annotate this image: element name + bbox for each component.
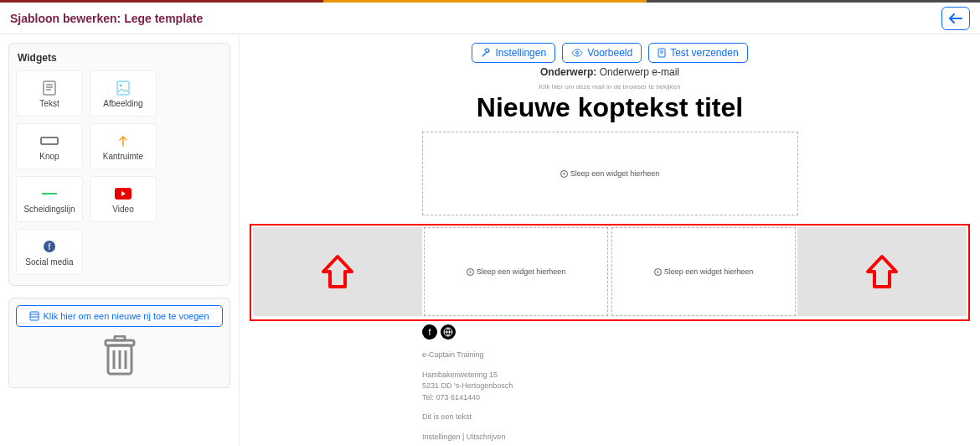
svg-rect-11 — [30, 312, 39, 320]
add-row-label: Klik hier om een nieuwe rij toe te voege… — [43, 311, 209, 321]
plus-icon: + — [467, 268, 474, 276]
subject-label: Onderwerp: — [540, 66, 596, 78]
row-tools-panel: Klik hier om een nieuwe rij toe te voege… — [8, 298, 230, 388]
widget-label: Social media — [25, 257, 73, 267]
back-button[interactable] — [941, 7, 970, 30]
editor-canvas: Instellingen Voorbeeld Test verzenden On… — [240, 34, 980, 446]
sidebar: Widgets Tekst Afbeelding Knop Kantruimte — [0, 34, 240, 446]
arrow-up-icon — [863, 253, 901, 290]
svg-point-5 — [120, 84, 122, 86]
widget-label: Afbeelding — [103, 99, 142, 108]
settings-button[interactable]: Instellingen — [472, 43, 555, 63]
svg-rect-19 — [115, 336, 125, 340]
footer-links[interactable]: Instellingen | Uitschrijven — [422, 432, 970, 443]
eye-icon — [571, 49, 583, 57]
preview-button[interactable]: Voorbeeld — [562, 43, 642, 63]
divider-icon — [41, 185, 58, 202]
image-placeholder-left[interactable] — [253, 227, 422, 316]
image-placeholder-right[interactable] — [797, 227, 967, 316]
drop-hint: Sleep een widget hierheen — [477, 267, 566, 276]
canvas-toolbar: Instellingen Voorbeeld Test verzenden — [250, 43, 970, 63]
settings-label: Instellingen — [495, 47, 546, 59]
margin-icon — [116, 132, 130, 149]
svg-rect-6 — [41, 137, 58, 144]
svg-rect-0 — [44, 81, 55, 95]
subject-line: Onderwerp: Onderwerp e-mail — [250, 66, 970, 78]
send-test-label: Test verzenden — [670, 47, 738, 59]
drop-zone-col-3[interactable]: + Sleep een widget hierheen — [611, 227, 796, 316]
drop-zone-row-1[interactable]: + Sleep een widget hierheen — [422, 132, 798, 215]
widget-button[interactable]: Knop — [16, 123, 83, 169]
page-title: Sjabloon bewerken: Lege template — [10, 12, 203, 25]
svg-rect-4 — [117, 81, 129, 95]
add-row-button[interactable]: Klik hier om een nieuwe rij toe te voege… — [16, 305, 223, 327]
widgets-panel: Widgets Tekst Afbeelding Knop Kantruimte — [8, 43, 230, 286]
video-icon — [115, 185, 132, 202]
svg-point-20 — [576, 52, 579, 54]
footer-note: Dit is een tekst — [422, 412, 970, 423]
footer-text: e-Captain Training Hambakenwetering 15 5… — [422, 350, 970, 443]
widget-label: Tekst — [39, 99, 59, 108]
add-row-icon — [29, 311, 39, 321]
page-header: Sjabloon bewerken: Lege template — [0, 3, 980, 34]
text-icon — [43, 80, 56, 96]
drop-hint: Sleep een widget hierheen — [664, 267, 754, 276]
widget-label: Video — [112, 205, 133, 214]
widgets-panel-title: Widgets — [16, 50, 223, 65]
widget-label: Knop — [39, 152, 59, 161]
drop-zone-col-2[interactable]: + Sleep een widget hierheen — [424, 227, 608, 316]
wrench-icon — [481, 48, 491, 58]
row-4col-highlighted[interactable]: + Sleep een widget hierheen + Sleep een … — [250, 224, 970, 321]
view-in-browser-link[interactable]: Klik hier om deze mail in de browser te … — [250, 83, 970, 91]
trash-icon[interactable] — [101, 335, 138, 377]
footer-addr2: 5231 DD 's-Hertogenbosch — [422, 381, 970, 392]
widget-label: Scheidingslijn — [23, 205, 75, 214]
facebook-icon[interactable]: f — [422, 324, 437, 340]
drop-hint: Sleep een widget hierheen — [570, 169, 660, 178]
plus-icon: + — [560, 170, 568, 178]
widget-divider[interactable]: Scheidingslijn — [16, 176, 83, 222]
footer-tel: Tel: 073 6141440 — [422, 392, 970, 404]
footer-addr1: Hambakenwetering 15 — [422, 370, 970, 381]
svg-text:f: f — [49, 242, 51, 252]
widget-social[interactable]: f Social media — [16, 229, 83, 275]
preview-label: Voorbeeld — [587, 47, 632, 59]
social-icon: f — [43, 238, 56, 255]
document-icon — [658, 48, 666, 58]
widget-video[interactable]: Video — [90, 176, 157, 222]
image-icon — [116, 80, 130, 96]
widget-margin[interactable]: Kantruimte — [90, 123, 157, 169]
send-test-button[interactable]: Test verzenden — [648, 43, 747, 63]
subject-value[interactable]: Onderwerp e-mail — [600, 66, 679, 78]
globe-icon[interactable] — [441, 324, 456, 340]
email-heading[interactable]: Nieuwe koptekst titel — [250, 92, 970, 123]
arrow-left-icon — [949, 13, 962, 23]
widget-label: Kantruimte — [103, 152, 143, 161]
button-icon — [40, 132, 59, 149]
widget-image[interactable]: Afbeelding — [90, 70, 157, 117]
widget-text[interactable]: Tekst — [16, 70, 83, 117]
arrow-up-icon — [318, 253, 357, 290]
widget-grid: Tekst Afbeelding Knop Kantruimte Scheidi — [16, 70, 223, 275]
social-row: f — [422, 324, 970, 340]
footer-org: e-Captain Training — [422, 350, 970, 361]
plus-icon: + — [654, 268, 662, 276]
